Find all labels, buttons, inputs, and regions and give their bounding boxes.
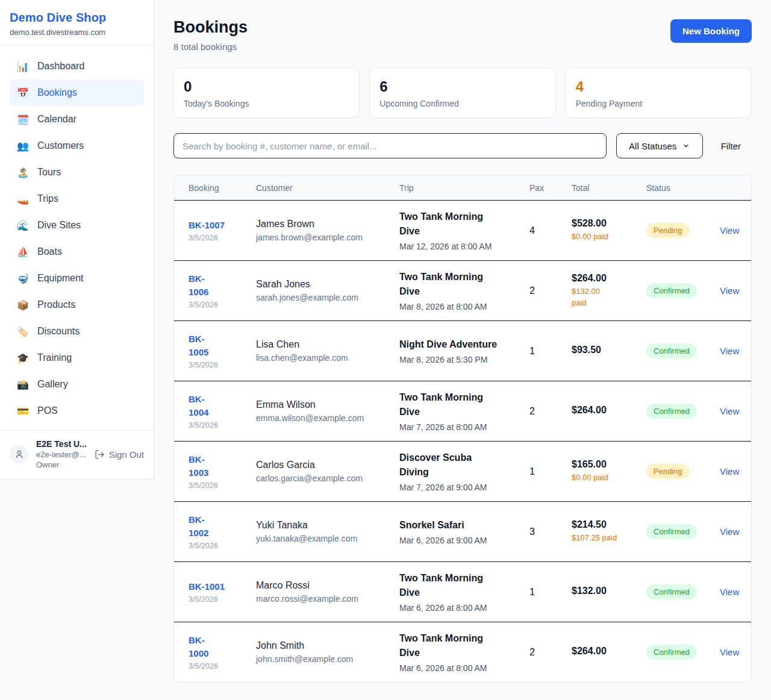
trip-name: Two Tank Morning Dive	[399, 571, 521, 600]
sidebar-item-tours[interactable]: 🏝️ Tours	[10, 159, 144, 186]
sidebar-item-label: Boats	[37, 246, 62, 257]
view-link[interactable]: View	[720, 406, 739, 416]
sidebar-item-equipment[interactable]: 🤿 Equipment	[10, 265, 144, 292]
sidebar-user-footer: E2E Test U... e2e-tester@... Owner Sign …	[0, 430, 154, 479]
trip-cell: Night Dive Adventure Mar 8, 2026 at 5:30…	[399, 337, 529, 364]
sidebar-item-customers[interactable]: 👥 Customers	[10, 133, 144, 159]
sign-out-button[interactable]: Sign Out	[95, 449, 144, 460]
view-link[interactable]: View	[720, 286, 739, 296]
view-link[interactable]: View	[720, 466, 739, 477]
avatar	[10, 445, 29, 464]
sailboat-icon: ⛵	[17, 246, 29, 258]
sidebar-item-discounts[interactable]: 🏷️ Discounts	[10, 318, 144, 345]
trip-name: Two Tank Morning Dive	[399, 270, 521, 299]
speedboat-icon: 🚤	[17, 193, 29, 205]
customer-name: Emma Wilson	[256, 399, 391, 410]
trip-cell: Two Tank Morning Dive Mar 7, 2026 at 8:0…	[399, 390, 529, 432]
sidebar-item-label: Training	[37, 352, 72, 363]
status-badge: Pending	[646, 223, 690, 238]
booking-date: 3/5/2026	[189, 301, 248, 309]
booking-date: 3/5/2026	[189, 361, 248, 369]
booking-id-link[interactable]: BK- 1006	[189, 272, 248, 299]
customer-email: emma.wilson@example.com	[256, 413, 391, 423]
customer-cell: Lisa Chen lisa.chen@example.com	[256, 339, 399, 363]
island-icon: 🏝️	[17, 167, 29, 178]
customer-email: carlos.garcia@example.com	[256, 473, 391, 483]
stat-value: 6	[379, 78, 545, 96]
total-amount: $528.00	[572, 218, 638, 229]
booking-id-link[interactable]: BK- 1005	[189, 333, 248, 359]
view-link[interactable]: View	[720, 587, 739, 597]
sidebar-item-label: Discounts	[37, 326, 80, 337]
sidebar-item-pos[interactable]: 💳 POS	[10, 398, 144, 424]
status-cell: Confirmed	[646, 645, 720, 660]
stat-label: Today's Bookings	[184, 99, 349, 108]
booking-cell: BK-1001 3/5/2026	[189, 580, 256, 604]
table-body: BK-1007 3/5/2026 James Brown james.brown…	[174, 200, 751, 682]
sidebar-item-trips[interactable]: 🚤 Trips	[10, 186, 144, 212]
booking-id-link[interactable]: BK- 1004	[189, 393, 248, 419]
view-link[interactable]: View	[720, 527, 739, 537]
view-link[interactable]: View	[720, 647, 739, 657]
view-link[interactable]: View	[720, 346, 739, 356]
customer-name: Lisa Chen	[256, 339, 391, 350]
customer-cell: John Smith john.smith@example.com	[256, 640, 399, 664]
status-badge: Confirmed	[646, 645, 697, 660]
stats-row: 0 Today's Bookings 6 Upcoming Confirmed …	[173, 67, 752, 118]
booking-id-link[interactable]: BK- 1002	[189, 513, 248, 540]
filter-button[interactable]: Filter	[710, 141, 752, 151]
trip-cell: Two Tank Morning Dive Mar 8, 2026 at 8:0…	[399, 270, 529, 311]
stat-value: 4	[576, 78, 741, 96]
total-cell: $264.00 $132.00 paid	[572, 273, 646, 309]
booking-id-link[interactable]: BK- 1000	[189, 634, 248, 660]
trip-datetime: Mar 7, 2026 at 9:00 AM	[399, 483, 521, 492]
sidebar-item-label: Equipment	[37, 273, 84, 284]
customer-cell: Carlos Garcia carlos.garcia@example.com	[256, 460, 399, 483]
sidebar-item-calendar[interactable]: 🗓️ Calendar	[10, 106, 144, 133]
total-cell: $264.00	[572, 646, 646, 659]
booking-id-link[interactable]: BK-1001	[189, 580, 248, 593]
people-icon: 👥	[17, 140, 29, 152]
customer-name: John Smith	[256, 640, 391, 651]
sidebar-item-products[interactable]: 📦 Products	[10, 292, 144, 318]
sidebar-item-training[interactable]: 🎓 Training	[10, 345, 144, 371]
status-cell: Pending	[646, 464, 720, 479]
trip-name: Two Tank Morning Dive	[399, 210, 521, 239]
bar-chart-icon: 📊	[17, 61, 29, 72]
sidebar-item-boats[interactable]: ⛵ Boats	[10, 239, 144, 265]
status-badge: Confirmed	[646, 283, 697, 298]
booking-id-link[interactable]: BK-1007	[189, 219, 248, 232]
status-filter-select[interactable]: All Statuses	[616, 133, 703, 158]
stat-label: Pending Payment	[576, 99, 741, 108]
sidebar-item-label: Calendar	[37, 114, 76, 125]
view-link[interactable]: View	[720, 225, 739, 236]
trip-datetime: Mar 6, 2026 at 8:00 AM	[399, 603, 521, 613]
sidebar-item-label: Tours	[37, 167, 61, 178]
sidebar-item-gallery[interactable]: 📸 Gallery	[10, 371, 144, 398]
status-cell: Confirmed	[646, 283, 720, 298]
table-row: BK-1007 3/5/2026 James Brown james.brown…	[174, 200, 751, 260]
column-header-pax: Pax	[529, 183, 572, 193]
sidebar-item-dashboard[interactable]: 📊 Dashboard	[10, 53, 144, 80]
trip-name: Snorkel Safari	[399, 518, 521, 533]
booking-id-link[interactable]: BK- 1003	[189, 453, 248, 480]
column-header-status: Status	[646, 183, 720, 193]
sign-out-label: Sign Out	[109, 449, 144, 460]
booking-cell: BK- 1004 3/5/2026	[189, 393, 256, 430]
status-badge: Confirmed	[646, 343, 697, 358]
user-name: E2E Test U...	[36, 439, 87, 449]
sidebar-item-label: Gallery	[37, 379, 68, 390]
trip-cell: Discover Scuba Diving Mar 7, 2026 at 9:0…	[399, 451, 529, 492]
total-amount: $264.00	[572, 405, 638, 416]
trip-cell: Two Tank Morning Dive Mar 6, 2026 at 8:0…	[399, 631, 529, 673]
table-row: BK- 1004 3/5/2026 Emma Wilson emma.wilso…	[174, 381, 751, 441]
sidebar-item-label: POS	[37, 405, 58, 416]
column-header-total: Total	[572, 183, 646, 193]
table-row: BK- 1000 3/5/2026 John Smith john.smith@…	[174, 622, 751, 682]
total-cell: $264.00	[572, 405, 646, 418]
sidebar-item-bookings[interactable]: 📅 Bookings	[10, 80, 144, 106]
total-cell: $93.50	[572, 345, 646, 358]
sidebar-item-dive-sites[interactable]: 🌊 Dive Sites	[10, 212, 144, 239]
search-input[interactable]	[173, 133, 607, 158]
new-booking-button[interactable]: New Booking	[670, 19, 752, 43]
